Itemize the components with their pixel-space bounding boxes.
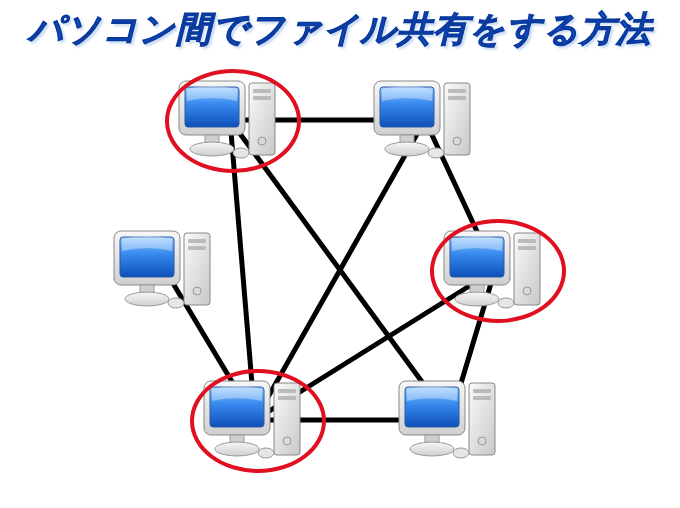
svg-point-12 bbox=[258, 137, 266, 145]
computer-icon bbox=[175, 75, 285, 165]
svg-point-16 bbox=[190, 142, 234, 156]
pc-bottom-right bbox=[395, 375, 505, 465]
pc-mid-left bbox=[110, 225, 220, 315]
svg-point-39 bbox=[523, 287, 531, 295]
svg-point-17 bbox=[233, 148, 249, 158]
svg-point-48 bbox=[283, 437, 291, 445]
svg-rect-37 bbox=[518, 239, 536, 243]
svg-rect-47 bbox=[278, 396, 296, 400]
svg-rect-55 bbox=[473, 389, 491, 393]
svg-rect-19 bbox=[448, 89, 466, 93]
pc-mid-right bbox=[440, 225, 550, 315]
diagram-canvas: パソコン間でファイル共有をする方法 bbox=[0, 0, 680, 508]
svg-point-52 bbox=[215, 442, 259, 456]
svg-rect-46 bbox=[278, 389, 296, 393]
pc-bottom-left bbox=[200, 375, 310, 465]
svg-point-26 bbox=[428, 148, 444, 158]
svg-point-21 bbox=[453, 137, 461, 145]
pc-top-right bbox=[370, 75, 480, 165]
computer-icon bbox=[110, 225, 220, 315]
svg-rect-38 bbox=[518, 246, 536, 250]
svg-point-34 bbox=[125, 292, 169, 306]
computer-icon bbox=[440, 225, 550, 315]
network-lines bbox=[0, 0, 680, 508]
svg-point-43 bbox=[455, 292, 499, 306]
svg-rect-28 bbox=[188, 239, 206, 243]
computer-icon bbox=[200, 375, 310, 465]
pc-top-left bbox=[175, 75, 285, 165]
computer-icon bbox=[370, 75, 480, 165]
svg-rect-11 bbox=[253, 96, 271, 100]
svg-point-30 bbox=[193, 287, 201, 295]
svg-point-62 bbox=[453, 448, 469, 458]
svg-rect-56 bbox=[473, 396, 491, 400]
svg-rect-29 bbox=[188, 246, 206, 250]
svg-point-57 bbox=[478, 437, 486, 445]
svg-point-25 bbox=[385, 142, 429, 156]
svg-point-53 bbox=[258, 448, 274, 458]
svg-point-44 bbox=[498, 298, 514, 308]
svg-point-35 bbox=[168, 298, 184, 308]
svg-rect-10 bbox=[253, 89, 271, 93]
page-title: パソコン間でファイル共有をする方法 bbox=[0, 6, 680, 53]
computer-icon bbox=[395, 375, 505, 465]
svg-point-61 bbox=[410, 442, 454, 456]
svg-rect-20 bbox=[448, 96, 466, 100]
